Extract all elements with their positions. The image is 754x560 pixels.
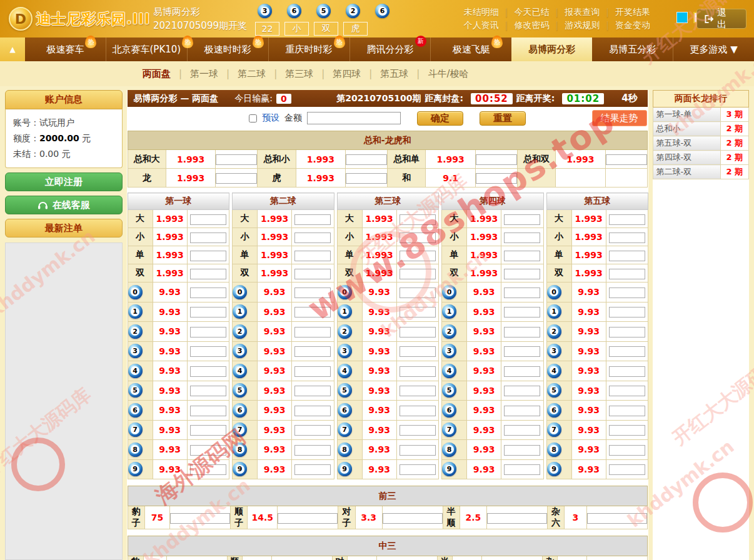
bet-amount-input[interactable] — [190, 406, 226, 416]
bet-amount-input[interactable] — [609, 346, 645, 357]
odds-value[interactable]: 9.93 — [362, 401, 396, 421]
subnav-item-第二球[interactable]: 第二球 — [218, 68, 266, 80]
bet-amount-input[interactable] — [400, 232, 436, 243]
odds-value[interactable]: 1.993 — [153, 246, 187, 264]
bet-amount-input[interactable] — [504, 327, 540, 338]
subnav-item-斗牛/梭哈[interactable]: 斗牛/梭哈 — [408, 68, 468, 80]
odds-value[interactable]: 9.93 — [467, 381, 501, 401]
odds-value[interactable]: 1.993 — [362, 228, 396, 246]
bet-amount-input[interactable] — [504, 288, 540, 298]
nav-tab-易博两分彩[interactable]: 易博两分彩 — [511, 38, 592, 61]
nav-collapse-button[interactable]: ▲ — [0, 38, 25, 61]
odds-value[interactable]: 91 — [143, 556, 166, 560]
menu-link-未结明细[interactable]: 未结明细 — [464, 7, 499, 18]
odds-value[interactable]: 9.93 — [153, 361, 187, 381]
menu-link-资金变动[interactable]: 资金变动 — [600, 20, 650, 31]
bet-amount-input[interactable] — [609, 269, 645, 279]
bet-amount-input[interactable] — [400, 327, 436, 338]
bet-amount-input[interactable] — [190, 366, 226, 377]
odds-value[interactable]: 9.93 — [258, 459, 292, 479]
odds-value[interactable]: 3.3 — [355, 506, 382, 529]
odds-value[interactable]: 9.93 — [571, 381, 606, 401]
bet-amount-input[interactable] — [190, 425, 226, 436]
menu-link-个人资讯[interactable]: 个人资讯 — [464, 20, 499, 31]
odds-value[interactable]: 2.5 — [460, 506, 486, 529]
menu-link-开奖结果[interactable]: 开奖结果 — [600, 7, 650, 18]
bet-amount-input[interactable] — [346, 173, 387, 184]
odds-value[interactable]: 3.18 — [558, 556, 586, 560]
bet-amount-input[interactable] — [504, 232, 540, 243]
odds-value[interactable]: 9.93 — [571, 302, 606, 322]
odds-value[interactable]: 9.93 — [571, 401, 606, 421]
odds-value[interactable]: 1.993 — [258, 246, 292, 264]
nav-tab-更多游戏 ▼[interactable]: 更多游戏 ▼ — [673, 38, 754, 61]
bet-amount-input[interactable] — [400, 386, 436, 396]
bet-amount-input[interactable] — [190, 327, 226, 338]
odds-value[interactable]: 9.93 — [153, 459, 187, 479]
odds-value[interactable]: 9.1 — [426, 169, 475, 188]
bet-amount-input[interactable] — [294, 251, 331, 261]
odds-value[interactable]: 9.93 — [258, 440, 292, 460]
odds-value[interactable]: 9.93 — [467, 459, 501, 479]
menu-link-修改密码[interactable]: 修改密码 — [499, 20, 550, 31]
bet-amount-input[interactable] — [400, 445, 436, 456]
odds-value[interactable]: 9.93 — [571, 282, 606, 302]
odds-value[interactable]: 9.93 — [467, 440, 501, 460]
skin-blue-swatch[interactable] — [676, 12, 688, 23]
bet-amount-input[interactable] — [609, 464, 645, 475]
bet-amount-input[interactable] — [476, 173, 517, 184]
bet-amount-input[interactable] — [294, 307, 331, 318]
odds-value[interactable]: 9.93 — [467, 420, 501, 440]
odds-value[interactable]: 1.993 — [296, 169, 345, 188]
bet-amount-input[interactable] — [190, 346, 226, 357]
bet-amount-input[interactable] — [609, 288, 645, 298]
preset-label[interactable]: 预设 — [262, 112, 279, 124]
bet-amount-input[interactable] — [294, 346, 331, 357]
odds-value[interactable]: 9.93 — [362, 302, 396, 322]
odds-value[interactable]: 1.993 — [258, 210, 292, 228]
bet-amount-input[interactable] — [609, 445, 645, 456]
online-service-button[interactable]: 在线客服 — [5, 196, 123, 214]
nav-tab-极速飞艇[interactable]: 极速飞艇热 — [430, 38, 511, 61]
odds-value[interactable]: 1.993 — [556, 150, 605, 169]
nav-tab-北京赛车(PK10)[interactable]: 北京赛车(PK10)热 — [106, 38, 187, 61]
bet-amount-input[interactable] — [609, 232, 645, 243]
odds-value[interactable]: 9.93 — [571, 322, 606, 342]
odds-value[interactable]: 1.993 — [258, 264, 292, 282]
odds-value[interactable]: 1.993 — [166, 150, 215, 169]
bet-amount-input[interactable] — [190, 464, 226, 475]
odds-value[interactable]: 1.993 — [571, 264, 606, 282]
reset-button[interactable]: 重置 — [480, 111, 526, 126]
bet-amount-input[interactable] — [504, 251, 540, 261]
odds-value[interactable]: 9.93 — [362, 440, 396, 460]
subnav-item-第三球[interactable]: 第三球 — [266, 68, 313, 80]
bet-amount-input[interactable] — [190, 251, 226, 261]
bet-amount-input[interactable] — [400, 214, 436, 225]
preset-checkbox[interactable] — [249, 114, 257, 122]
bet-amount-input[interactable] — [294, 464, 331, 475]
bet-amount-input[interactable] — [606, 154, 647, 165]
menu-link-今天已结[interactable]: 今天已结 — [499, 7, 550, 18]
odds-value[interactable]: 1.993 — [258, 228, 292, 246]
odds-value[interactable]: 2.66 — [453, 556, 481, 560]
bet-amount-input[interactable] — [216, 173, 257, 184]
odds-value[interactable]: 9.93 — [571, 459, 606, 479]
menu-link-游戏规则[interactable]: 游戏规则 — [550, 20, 600, 31]
odds-value[interactable]: 9.93 — [571, 361, 606, 381]
bet-amount-input[interactable] — [487, 513, 547, 524]
odds-value[interactable]: 1.993 — [571, 210, 606, 228]
subnav-item-第四球[interactable]: 第四球 — [313, 68, 361, 80]
odds-value[interactable]: 1.993 — [153, 264, 187, 282]
bet-amount-input[interactable] — [400, 464, 436, 475]
bet-amount-input[interactable] — [294, 327, 331, 338]
odds-value[interactable]: 1.993 — [153, 210, 187, 228]
bet-amount-input[interactable] — [216, 154, 257, 165]
odds-value[interactable]: 9.93 — [571, 440, 606, 460]
bet-amount-input[interactable] — [400, 366, 436, 377]
bet-amount-input[interactable] — [400, 288, 436, 298]
odds-value[interactable]: 9.93 — [153, 440, 187, 460]
bet-amount-input[interactable] — [609, 406, 645, 416]
bet-amount-input[interactable] — [294, 269, 331, 279]
bet-amount-input[interactable] — [504, 307, 540, 318]
odds-value[interactable]: 9.93 — [362, 341, 396, 361]
